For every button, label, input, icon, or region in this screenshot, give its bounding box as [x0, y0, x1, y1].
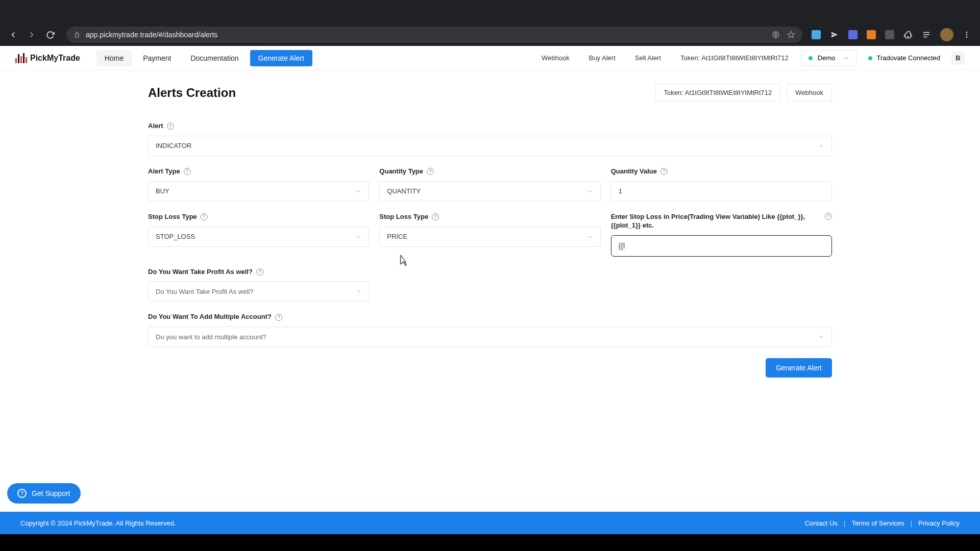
alert-select[interactable]: INDICATOR	[148, 136, 832, 156]
multi-account-select[interactable]: Do you want to add multiple account?	[148, 327, 832, 347]
stop-loss-type-label: Stop Loss Type	[148, 213, 197, 221]
letterbox	[0, 534, 980, 551]
svg-point-1	[966, 32, 968, 33]
alert-type-select[interactable]: BUY	[148, 181, 369, 202]
stop-loss-type-select[interactable]: STOP_LOSS	[148, 227, 369, 247]
footer-privacy-link[interactable]: Privacy Policy	[918, 519, 960, 527]
alert-label: Alert	[148, 122, 163, 131]
get-support-button[interactable]: ? Get Support	[7, 483, 81, 504]
stop-loss-type-value: STOP_LOSS	[156, 233, 195, 240]
page-title: Alerts Creation	[148, 86, 236, 100]
help-icon[interactable]: ?	[167, 122, 174, 130]
help-icon[interactable]: ?	[825, 213, 832, 220]
translate-icon[interactable]	[772, 31, 780, 39]
chevron-down-icon	[818, 143, 824, 149]
nav-buy-alert-button[interactable]: Buy Alert	[582, 51, 623, 65]
generate-alert-button[interactable]: Generate Alert	[766, 358, 832, 378]
separator: |	[844, 519, 845, 527]
nav-webhook-button[interactable]: Webhook	[534, 51, 577, 65]
app: PickMyTrade Home Payment Documentation G…	[0, 46, 980, 534]
status-dot-icon	[808, 56, 813, 60]
footer: Copyright © 2024 PickMyTrade. All Rights…	[0, 512, 980, 534]
alert-type-value: BUY	[156, 187, 169, 195]
help-icon: ?	[17, 489, 27, 498]
url-bar[interactable]: app.pickmytrade.trade/#/dashboard/alerts	[66, 27, 802, 43]
extension-icon[interactable]	[830, 30, 839, 39]
chevron-down-icon	[843, 55, 849, 61]
stop-loss-price-label: Enter Stop Loss in Price(Trading View Va…	[611, 213, 815, 230]
help-icon[interactable]: ?	[275, 314, 282, 321]
take-profit-select[interactable]: Do You Want Take Profit As well?	[148, 281, 370, 302]
help-icon[interactable]: ?	[201, 213, 208, 220]
quantity-type-value: QUANTITY	[387, 187, 421, 195]
help-icon[interactable]: ?	[432, 213, 439, 220]
back-button[interactable]	[6, 28, 20, 42]
token-info-box: Token: At1tGt9tTt8tWtEt8tYtMtRt712	[655, 84, 781, 102]
chevron-down-icon	[587, 188, 593, 194]
extension-icon[interactable]	[867, 30, 876, 39]
content: Alerts Creation Token: At1tGt9tTt8tWtEt8…	[0, 70, 980, 512]
extension-icon[interactable]	[848, 30, 857, 39]
chevron-down-icon	[356, 288, 362, 294]
help-icon[interactable]: ?	[427, 168, 434, 175]
separator: |	[911, 519, 912, 527]
chevron-down-icon	[818, 334, 824, 340]
browser-chrome: app.pickmytrade.trade/#/dashboard/alerts	[0, 0, 980, 46]
quantity-type-label: Quantity Type	[379, 167, 423, 176]
chevron-down-icon	[587, 234, 593, 240]
nav-generate-alert[interactable]: Generate Alert	[250, 50, 312, 66]
user-badge[interactable]: B	[951, 52, 965, 65]
mode-value: Demo	[818, 54, 836, 62]
footer-copyright: Copyright © 2024 PickMyTrade. All Rights…	[20, 519, 176, 527]
stop-loss-price-input[interactable]	[611, 235, 832, 257]
multi-account-label: Do You Want To Add Multiple Account?	[148, 313, 272, 321]
svg-point-3	[966, 36, 968, 38]
brand-bars-icon	[15, 53, 27, 63]
chevron-down-icon	[355, 234, 361, 240]
connection-text: Tradovate Connected	[876, 54, 940, 62]
nav-home[interactable]: Home	[96, 50, 132, 66]
bookmark-icon[interactable]	[787, 31, 795, 39]
tab-strip	[0, 0, 980, 23]
extensions-menu-icon[interactable]	[903, 30, 913, 39]
reload-button[interactable]	[43, 28, 57, 42]
extension-icon[interactable]	[885, 30, 894, 39]
footer-contact-link[interactable]: Contact Us	[805, 519, 838, 527]
support-label: Get Support	[32, 489, 70, 497]
navbar: PickMyTrade Home Payment Documentation G…	[0, 46, 980, 70]
stop-loss-type2-select[interactable]: PRICE	[379, 227, 600, 247]
help-icon[interactable]: ?	[256, 268, 263, 276]
nav-payment[interactable]: Payment	[135, 50, 179, 66]
profile-avatar[interactable]	[940, 28, 953, 41]
footer-terms-link[interactable]: Terms of Services	[851, 519, 904, 527]
multi-account-value: Do you want to add multiple account?	[156, 333, 266, 341]
svg-point-2	[966, 34, 968, 36]
mode-select[interactable]: Demo	[801, 50, 857, 66]
nav-sell-alert-button[interactable]: Sell Alert	[628, 51, 668, 65]
brand-logo[interactable]: PickMyTrade	[15, 53, 80, 63]
status-dot-icon	[868, 56, 872, 60]
quantity-type-select[interactable]: QUANTITY	[379, 181, 600, 202]
stop-loss-type2-label: Stop Loss Type	[379, 213, 428, 221]
quantity-value-input[interactable]	[611, 181, 832, 202]
brand-text: PickMyTrade	[30, 54, 80, 63]
reading-list-icon[interactable]	[922, 30, 931, 39]
token-readout: Token: At1tGt9tTt8tWtEt8tYtMtRt712	[673, 51, 796, 65]
connection-status: Tradovate Connected	[862, 51, 946, 65]
browser-toolbar: app.pickmytrade.trade/#/dashboard/alerts	[0, 23, 980, 46]
take-profit-label: Do You Want Take Profit As well?	[148, 268, 253, 277]
alert-value: INDICATOR	[156, 142, 191, 149]
webhook-info-box[interactable]: Webhook	[787, 84, 832, 102]
extensions-row	[812, 28, 974, 41]
url-text: app.pickmytrade.trade/#/dashboard/alerts	[86, 31, 767, 39]
help-icon[interactable]: ?	[660, 168, 668, 175]
browser-menu-icon[interactable]	[963, 31, 971, 39]
nav-documentation[interactable]: Documentation	[182, 50, 247, 66]
site-info-icon[interactable]	[74, 31, 81, 38]
extension-icon[interactable]	[812, 30, 821, 39]
forward-button[interactable]	[24, 28, 39, 42]
alert-type-label: Alert Type	[148, 167, 180, 176]
take-profit-value: Do You Want Take Profit As well?	[156, 288, 254, 295]
help-icon[interactable]: ?	[184, 168, 191, 175]
stop-loss-type2-value: PRICE	[387, 233, 407, 240]
